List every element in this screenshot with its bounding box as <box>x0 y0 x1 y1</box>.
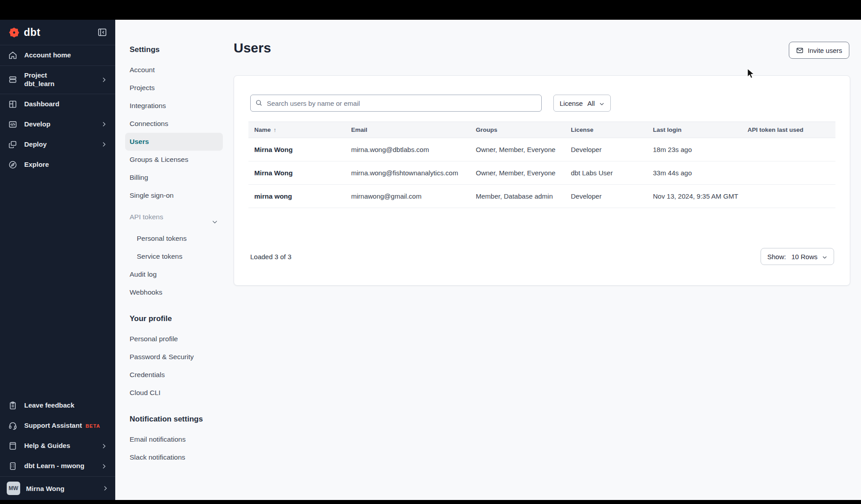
chevron-right-icon <box>101 141 107 148</box>
sidebar-item-help-guides[interactable]: Help & Guides <box>0 436 115 456</box>
sidebar-item-leave-feedback[interactable]: Leave feedback <box>0 395 115 416</box>
code-window-icon <box>8 120 17 129</box>
license-filter-button[interactable]: License All <box>553 95 611 112</box>
sidebar-item-deploy[interactable]: Deploy <box>0 135 115 155</box>
chevron-down-icon <box>599 100 604 106</box>
column-header-name[interactable]: Name↑ <box>248 126 345 133</box>
invite-users-button[interactable]: Invite users <box>789 42 849 59</box>
cell-name: mirna wong <box>248 192 345 200</box>
chevron-down-icon <box>822 254 827 259</box>
settings-nav-audit-log[interactable]: Audit log <box>130 265 233 283</box>
search-wrap <box>250 95 542 112</box>
license-filter-value: All <box>587 100 595 107</box>
settings-nav-webhooks[interactable]: Webhooks <box>130 283 233 301</box>
show-rows-button[interactable]: Show: 10 Rows <box>761 248 834 265</box>
settings-nav-cloud-cli[interactable]: Cloud CLI <box>130 384 233 402</box>
user-name: Mirna Wong <box>26 485 96 492</box>
settings-nav-personal-profile[interactable]: Personal profile <box>130 330 233 348</box>
brand-wordmark: dbt <box>24 26 40 39</box>
cell-email: mirnawong@gmail.com <box>345 192 470 200</box>
sidebar-spacer <box>0 175 115 396</box>
settings-nav-password-security[interactable]: Password & Security <box>130 348 233 366</box>
cell-last-login: Nov 13, 2024, 9:35 AM GMT <box>647 192 742 200</box>
loaded-count: Loaded 3 of 3 <box>250 253 291 261</box>
project-name: dbt_learn <box>24 80 94 88</box>
settings-nav-connections[interactable]: Connections <box>130 115 233 133</box>
sidebar-item-account-home[interactable]: Account home <box>0 45 115 65</box>
cell-groups: Member, Database admin <box>470 192 565 200</box>
column-header-api-token[interactable]: API token last used <box>742 126 835 133</box>
sidebar-item-project[interactable]: Project dbt_learn <box>0 66 115 94</box>
cell-last-login: 18m 23s ago <box>647 146 742 153</box>
dbt-logo-icon <box>8 26 20 39</box>
search-icon <box>255 99 263 107</box>
cell-email: mirna.wong@dbtlabs.com <box>345 146 470 153</box>
settings-nav-api-tokens[interactable]: API tokens <box>130 208 233 226</box>
page-title: Users <box>234 40 850 56</box>
settings-nav-single-sign-on[interactable]: Single sign-on <box>130 187 233 204</box>
settings-nav-slack-notifications[interactable]: Slack notifications <box>130 448 233 466</box>
main-content: Users Invite users License <box>234 20 850 56</box>
project-box-icon <box>8 75 17 84</box>
chevron-right-icon <box>101 443 107 449</box>
cell-groups: Owner, Member, Everyone <box>470 146 565 153</box>
project-label: Project <box>24 71 47 79</box>
logo-row: dbt <box>0 20 115 45</box>
sidebar-item-account-switcher[interactable]: dbt Learn - mwong <box>0 456 115 476</box>
license-filter-label: License <box>560 100 583 107</box>
settings-nav-email-notifications[interactable]: Email notifications <box>130 430 233 448</box>
settings-nav-credentials[interactable]: Credentials <box>130 366 233 384</box>
cell-name: Mirna Wong <box>248 169 345 177</box>
column-header-groups[interactable]: Groups <box>470 126 565 133</box>
table-row[interactable]: Mirna Wong mirna.wong@dbtlabs.com Owner,… <box>248 138 835 161</box>
sidebar-item-support-assistant[interactable]: Support AssistantBETA <box>0 416 115 436</box>
chevron-right-icon <box>102 485 109 491</box>
bottom-black-bar <box>0 500 861 504</box>
column-header-license[interactable]: License <box>565 126 647 133</box>
card-toolbar: License All <box>250 95 834 112</box>
settings-nav-integrations[interactable]: Integrations <box>130 97 233 115</box>
clipboard-icon <box>8 401 17 410</box>
compass-icon <box>8 160 17 169</box>
settings-nav: Settings Account Projects Integrations C… <box>115 20 233 466</box>
settings-nav-billing[interactable]: Billing <box>130 169 233 187</box>
sidebar-user-menu[interactable]: MW Mirna Wong <box>0 477 115 500</box>
app-sidebar: dbt Account home Project dbt_lear <box>0 20 115 500</box>
chevron-right-icon <box>101 463 107 469</box>
sidebar-item-explore[interactable]: Explore <box>0 155 115 175</box>
chevron-right-icon <box>101 121 107 127</box>
settings-nav-service-tokens[interactable]: Service tokens <box>137 248 233 265</box>
column-header-email[interactable]: Email <box>345 126 470 133</box>
search-users-input[interactable] <box>250 95 542 112</box>
cell-email: mirna.wong@fishtownanalytics.com <box>345 169 470 177</box>
users-table: Name↑ Email Groups License Last login AP… <box>248 122 835 208</box>
avatar: MW <box>7 482 20 495</box>
show-value: 10 Rows <box>791 253 818 261</box>
settings-heading: Settings <box>130 43 233 56</box>
table-row[interactable]: mirna wong mirnawong@gmail.com Member, D… <box>248 185 835 208</box>
beta-badge: BETA <box>86 423 100 429</box>
chevron-down-icon <box>212 214 218 220</box>
table-row[interactable]: Mirna Wong mirna.wong@fishtownanalytics.… <box>248 161 835 185</box>
envelope-icon <box>796 47 804 54</box>
column-header-last-login[interactable]: Last login <box>647 126 742 133</box>
cell-name: Mirna Wong <box>248 146 345 153</box>
sidebar-item-dashboard[interactable]: Dashboard <box>0 94 115 114</box>
settings-nav-users[interactable]: Users <box>125 133 223 151</box>
sidebar-item-develop[interactable]: Develop <box>0 114 115 135</box>
settings-nav-account[interactable]: Account <box>130 61 233 79</box>
cell-last-login: 33m 44s ago <box>647 169 742 177</box>
settings-nav-personal-tokens[interactable]: Personal tokens <box>137 230 233 248</box>
support-assistant-label: Support Assistant <box>24 421 82 429</box>
book-icon <box>8 441 17 451</box>
cell-license: dbt Labs User <box>565 169 647 177</box>
settings-nav-groups-licenses[interactable]: Groups & Licenses <box>130 151 233 169</box>
table-header-row: Name↑ Email Groups License Last login AP… <box>248 122 835 138</box>
home-icon <box>8 51 17 60</box>
sort-asc-icon: ↑ <box>274 126 277 133</box>
chevron-right-icon <box>101 77 107 83</box>
settings-nav-projects[interactable]: Projects <box>130 79 233 97</box>
cell-license: Developer <box>565 192 647 200</box>
sidebar-collapse-icon[interactable] <box>97 27 107 37</box>
dashboard-grid-icon <box>8 100 17 109</box>
